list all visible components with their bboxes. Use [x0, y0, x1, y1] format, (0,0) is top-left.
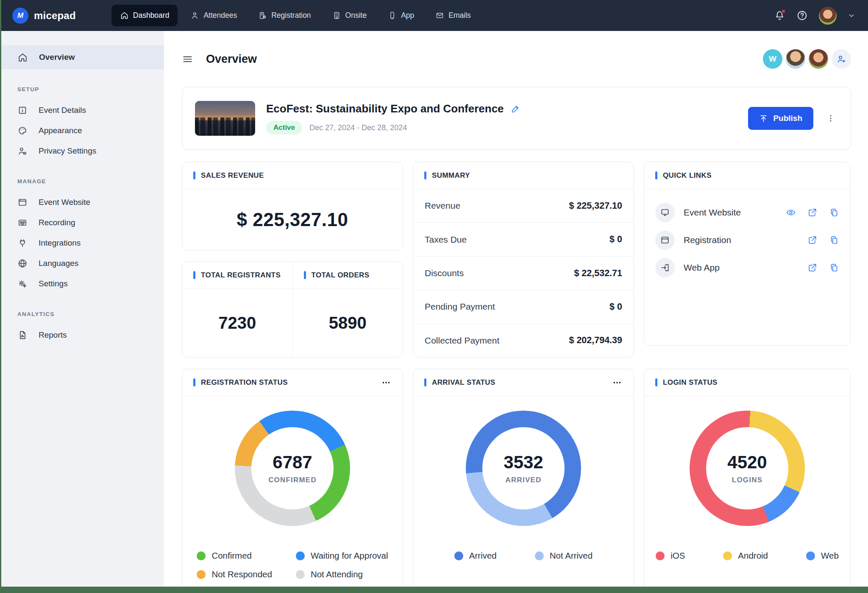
- accent-bar: [424, 171, 426, 179]
- accent-bar: [193, 271, 195, 279]
- sidebar-item-overview[interactable]: Overview: [1, 45, 164, 69]
- reports-icon: [17, 330, 28, 340]
- account-menu-button[interactable]: [848, 12, 855, 20]
- legend-item: Waiting for Approval: [296, 551, 388, 561]
- donut-chart: 3532 ARRIVED: [466, 411, 581, 526]
- copy-icon: [829, 235, 839, 245]
- nav-item-dashboard[interactable]: Dashboard: [111, 5, 178, 26]
- brand[interactable]: M micepad: [12, 8, 76, 24]
- legend-label: Web: [821, 551, 839, 561]
- card-title: TOTAL ORDERS: [312, 271, 370, 280]
- hamburger-icon: [182, 53, 193, 65]
- card-menu-button[interactable]: [612, 377, 623, 388]
- micepad-logo-icon: M: [12, 8, 28, 24]
- donut-chart: 4520 LOGINS: [690, 411, 805, 526]
- open-link-button[interactable]: [807, 207, 818, 218]
- open-link-button[interactable]: [807, 263, 818, 273]
- copy-button[interactable]: [829, 235, 839, 245]
- preview-button[interactable]: [786, 207, 796, 218]
- legend-label: Not Responded: [211, 569, 272, 579]
- user-avatar[interactable]: [819, 7, 837, 25]
- upload-icon: [759, 114, 768, 123]
- legend-dot: [806, 551, 815, 560]
- event-title: EcoFest: Sustainability Expo and Confere…: [266, 102, 504, 115]
- legend-dot: [723, 551, 732, 560]
- legend-label: iOS: [670, 551, 685, 561]
- dashboard-icon: [120, 11, 129, 20]
- sidebar-item-privacy-settings[interactable]: Privacy Settings: [1, 141, 164, 161]
- sidebar-item-settings[interactable]: Settings: [1, 274, 164, 294]
- add-member-button[interactable]: [832, 49, 851, 69]
- primary-nav: Dashboard Attendees Registration Onsite …: [111, 5, 479, 26]
- quick-links-card: QUICK LINKS Event Website Registration W…: [644, 162, 851, 346]
- summary-label: Collected Payment: [425, 336, 499, 346]
- card-title: ARRIVAL STATUS: [432, 378, 495, 387]
- app-window: M micepad Dashboard Attendees Registrati…: [1, 0, 868, 587]
- help-icon: [796, 10, 808, 21]
- legend-item: Not Attending: [296, 569, 388, 579]
- team-avatar[interactable]: [786, 49, 805, 69]
- summary-row: Pending Payment $ 0: [413, 290, 634, 323]
- copy-button[interactable]: [829, 207, 839, 218]
- legend-label: Not Arrived: [550, 551, 593, 561]
- appearance-icon: [17, 126, 28, 136]
- summary-value: $ 22,532.71: [574, 268, 622, 279]
- emails-icon: [435, 11, 444, 20]
- sidebar-item-appearance[interactable]: Appearance: [1, 120, 164, 141]
- event-thumbnail[interactable]: [195, 101, 255, 136]
- login-status-card: LOGIN STATUS 4520 LOGINS iOS Android: [644, 369, 851, 587]
- card-menu-button[interactable]: [381, 377, 392, 388]
- nav-item-emails[interactable]: Emails: [427, 5, 479, 26]
- legend-item: Android: [723, 551, 768, 561]
- event-menu-button[interactable]: [823, 111, 838, 126]
- summary-row: Collected Payment $ 202,794.39: [413, 324, 634, 357]
- sidebar-item-event-website[interactable]: Event Website: [1, 192, 164, 213]
- publish-button[interactable]: Publish: [748, 107, 813, 130]
- accent-bar: [655, 171, 657, 179]
- legend-item: Not Arrived: [535, 551, 593, 561]
- page-title: Overview: [206, 53, 257, 66]
- card-title: SALES REVENUE: [201, 171, 264, 180]
- onsite-icon: [332, 11, 341, 20]
- privacy-icon: [17, 146, 28, 156]
- quick-link-label: Event Website: [684, 207, 741, 218]
- quick-link-type-icon: [655, 203, 675, 222]
- team-avatars: W: [763, 49, 851, 69]
- attendees-icon: [190, 11, 199, 20]
- collapse-sidebar-button[interactable]: [182, 53, 193, 65]
- quick-link-row: Event Website: [655, 199, 839, 226]
- sidebar-item-languages[interactable]: Languages: [1, 253, 164, 274]
- legend-dot: [296, 551, 305, 560]
- summary-value: $ 0: [609, 234, 622, 245]
- monitor-icon: [660, 207, 670, 218]
- summary-value: $ 0: [609, 302, 622, 312]
- nav-item-registration[interactable]: Registration: [250, 5, 319, 26]
- donut-chart: 6787 CONFIRMED: [235, 411, 350, 526]
- total-registrants-value: 7230: [182, 289, 292, 357]
- sidebar-item-event-details[interactable]: Event Details: [1, 100, 164, 120]
- person-plus-icon: [836, 54, 846, 64]
- nav-item-app[interactable]: App: [379, 5, 423, 26]
- team-avatar-initial[interactable]: W: [763, 49, 782, 69]
- notifications-button[interactable]: [774, 10, 785, 21]
- nav-item-onsite[interactable]: Onsite: [324, 5, 376, 26]
- accent-bar: [193, 171, 195, 179]
- team-avatar[interactable]: [809, 49, 828, 69]
- ellipsis-icon: [381, 377, 392, 388]
- edit-event-title-button[interactable]: [511, 104, 520, 114]
- copy-button[interactable]: [829, 263, 839, 273]
- legend-label: Arrived: [469, 551, 497, 561]
- sidebar-item-reports[interactable]: Reports: [1, 325, 164, 345]
- page-header: Overview W: [182, 48, 851, 70]
- sidebar-section-setup: SETUP Event Details Appearance Privacy S…: [1, 86, 164, 161]
- copy-icon: [829, 263, 839, 273]
- legend-dot: [197, 570, 206, 579]
- sidebar-item-recording[interactable]: Recording: [1, 213, 164, 233]
- legend-dot: [296, 570, 305, 579]
- sidebar-item-integrations[interactable]: Integrations: [1, 233, 164, 253]
- quick-link-row: Web App: [655, 254, 839, 281]
- nav-item-attendees[interactable]: Attendees: [182, 5, 245, 26]
- help-button[interactable]: [796, 10, 808, 21]
- legend-item: Web: [806, 551, 839, 561]
- open-link-button[interactable]: [807, 235, 818, 245]
